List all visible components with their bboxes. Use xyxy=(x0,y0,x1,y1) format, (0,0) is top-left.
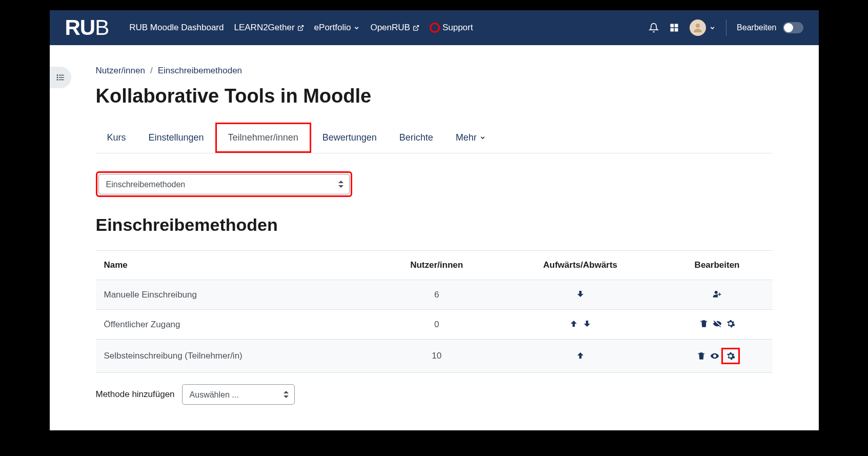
main-content: Nutzer/innen / Einschreibemethoden Kolla… xyxy=(50,45,819,430)
svg-rect-3 xyxy=(675,28,678,32)
external-link-icon xyxy=(297,25,304,31)
course-tabs: Kurs Einstellungen Teilnehmer/innen Bewe… xyxy=(96,123,773,153)
svg-point-8 xyxy=(57,75,58,76)
col-edit: Bearbeiten xyxy=(662,251,773,280)
move-up-icon[interactable] xyxy=(575,350,586,361)
cell-updown xyxy=(499,310,662,340)
cell-name: Selbsteinschreibung (Teilnehmer/in) xyxy=(96,340,375,373)
cell-name: Manuelle Einschreibung xyxy=(96,280,375,310)
chevron-down-icon xyxy=(479,134,486,141)
nav-openrub[interactable]: OpenRUB xyxy=(370,23,419,33)
enrolment-methods-table: Name Nutzer/innen Aufwärts/Abwärts Bearb… xyxy=(96,250,773,373)
page-title: Kollaborative Tools in Moodle xyxy=(96,85,773,107)
support-circle-icon xyxy=(430,23,440,33)
nav-learn2gether-label: LEARN2Gether xyxy=(234,23,294,33)
logo[interactable]: RUB xyxy=(65,15,109,40)
cell-users: 6 xyxy=(374,280,499,310)
delete-icon[interactable] xyxy=(698,318,710,329)
svg-rect-2 xyxy=(671,28,674,32)
enrolment-page-select[interactable]: Einschreibemethoden xyxy=(98,174,350,194)
bell-icon[interactable] xyxy=(649,23,659,33)
cell-edit xyxy=(662,310,773,340)
move-up-icon[interactable] xyxy=(568,318,579,329)
cell-name: Öffentlicher Zugang xyxy=(96,310,375,340)
chevron-down-icon xyxy=(709,25,716,31)
tab-more-label: Mehr xyxy=(456,132,477,143)
gear-icon[interactable] xyxy=(725,350,736,362)
grid-icon[interactable] xyxy=(669,23,679,33)
drawer-toggle[interactable] xyxy=(50,67,71,88)
table-row: Manuelle Einschreibung6 xyxy=(96,280,773,310)
dropdown-highlight: Einschreibemethoden xyxy=(96,171,352,197)
nav-support[interactable]: Support xyxy=(430,23,473,33)
delete-icon[interactable] xyxy=(696,350,707,362)
chevron-down-icon xyxy=(353,25,360,31)
nav-eportfolio-label: ePortfolio xyxy=(314,23,351,33)
gear-icon[interactable] xyxy=(725,318,736,329)
divider xyxy=(726,19,726,36)
col-name: Name xyxy=(96,251,375,280)
logo-u: U xyxy=(80,15,95,39)
edit-mode-toggle: Bearbeiten xyxy=(737,22,803,33)
nav-dashboard[interactable]: RUB Moodle Dashboard xyxy=(129,23,224,33)
eye-off-icon[interactable] xyxy=(712,318,723,329)
svg-point-4 xyxy=(696,24,700,28)
tab-more[interactable]: Mehr xyxy=(445,124,497,151)
tab-reports[interactable]: Berichte xyxy=(388,124,445,151)
cell-updown xyxy=(499,280,662,310)
cell-edit xyxy=(662,280,773,310)
breadcrumb-separator: / xyxy=(150,66,153,76)
nav-links: RUB Moodle Dashboard LEARN2Gether ePortf… xyxy=(129,23,649,33)
cell-edit xyxy=(662,340,773,373)
tab-participants[interactable]: Teilnehmer/innen xyxy=(215,123,311,153)
logo-b: B xyxy=(95,15,109,39)
nav-support-label: Support xyxy=(442,23,473,33)
nav-openrub-label: OpenRUB xyxy=(370,23,410,33)
move-down-icon[interactable] xyxy=(581,318,593,329)
eye-icon[interactable] xyxy=(709,350,720,362)
avatar xyxy=(690,19,706,36)
move-down-icon[interactable] xyxy=(575,288,586,300)
tab-course[interactable]: Kurs xyxy=(96,124,137,151)
cell-users: 0 xyxy=(374,310,499,340)
svg-point-10 xyxy=(57,80,58,81)
add-method-select[interactable]: Auswählen ... xyxy=(182,384,295,405)
enrol-users-icon[interactable] xyxy=(712,288,723,300)
cell-users: 10 xyxy=(374,340,499,373)
tab-settings[interactable]: Einstellungen xyxy=(137,124,215,151)
tertiary-nav: Einschreibemethoden xyxy=(96,171,773,197)
logo-r: R xyxy=(65,15,80,39)
add-method-label: Methode hinzufügen xyxy=(96,389,175,400)
edit-toggle-switch[interactable] xyxy=(783,22,803,33)
col-users: Nutzer/innen xyxy=(374,251,499,280)
svg-rect-0 xyxy=(671,24,674,28)
nav-eportfolio[interactable]: ePortfolio xyxy=(314,23,360,33)
nav-right: Bearbeiten xyxy=(649,19,803,36)
breadcrumb-methods: Einschreibemethoden xyxy=(158,66,242,76)
svg-point-9 xyxy=(57,77,58,78)
add-method-row: Methode hinzufügen Auswählen ... xyxy=(96,384,773,405)
breadcrumb: Nutzer/innen / Einschreibemethoden xyxy=(96,66,773,76)
section-title: Einschreibemethoden xyxy=(96,215,773,235)
navbar: RUB RUB Moodle Dashboard LEARN2Gether eP… xyxy=(50,10,819,45)
nav-learn2gether[interactable]: LEARN2Gether xyxy=(234,23,304,33)
table-row: Selbsteinschreibung (Teilnehmer/in)10 xyxy=(96,340,773,373)
tab-grades[interactable]: Bewertungen xyxy=(311,124,388,151)
user-menu[interactable] xyxy=(690,19,716,36)
col-updown: Aufwärts/Abwärts xyxy=(499,251,662,280)
edit-label: Bearbeiten xyxy=(737,23,776,32)
table-row: Öffentlicher Zugang0 xyxy=(96,310,773,340)
gear-highlight xyxy=(721,348,740,364)
svg-rect-1 xyxy=(675,24,678,28)
external-link-icon xyxy=(413,25,419,31)
cell-updown xyxy=(499,340,662,373)
breadcrumb-users[interactable]: Nutzer/innen xyxy=(96,66,145,76)
